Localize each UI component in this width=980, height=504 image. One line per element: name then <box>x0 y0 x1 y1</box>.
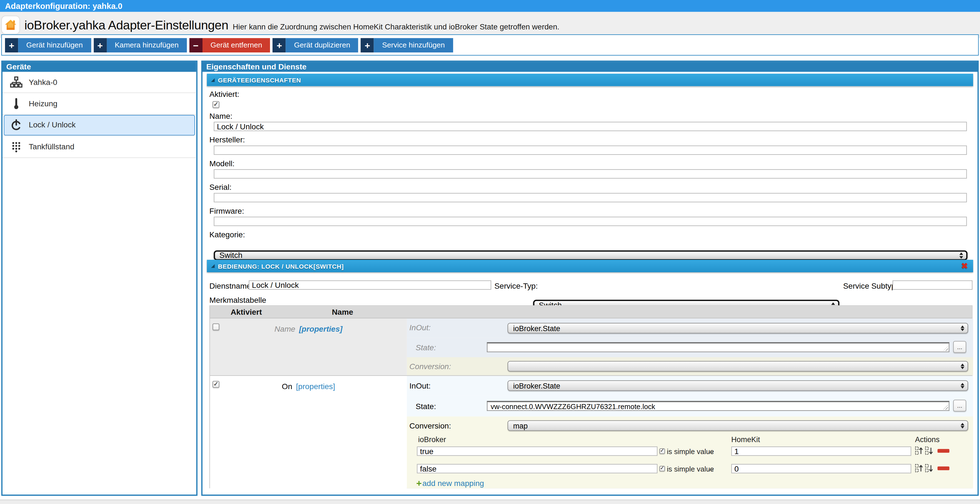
insert-row-below-icon[interactable] <box>925 464 933 475</box>
add-camera-button[interactable]: + Kamera hinzufügen <box>93 38 187 52</box>
table-header-row: Aktiviert Name <box>210 306 972 319</box>
char-name-properties-link[interactable]: [properties] <box>299 325 342 334</box>
characteristics-table: Aktiviert Name Name [properties] InOut: … <box>210 305 972 488</box>
char-on-inout-select[interactable]: ioBroker.State <box>508 380 968 391</box>
device-item-yahka-0[interactable]: Yahka-0 <box>3 72 196 93</box>
section-bedienung[interactable]: ◢ BEDIENUNG: LOCK / UNLOCK[SWITCH] ✖ <box>207 260 973 272</box>
delete-mapping-icon[interactable] <box>937 449 950 453</box>
char-name-inout-select[interactable]: ioBroker.State <box>508 323 968 333</box>
footer-strip <box>0 499 980 504</box>
select-spinner-icon <box>959 252 963 258</box>
firmware-input[interactable] <box>214 217 967 226</box>
device-item-tankfuellstand[interactable]: Tankfüllstand <box>3 136 196 158</box>
add-new-mapping-link[interactable]: + add new mapping <box>417 479 484 488</box>
plus-icon: + <box>93 38 107 52</box>
is-simple-value-checkbox[interactable] <box>659 449 665 454</box>
bidirectional-arrow-icon: ⇔ <box>707 464 714 474</box>
hersteller-input[interactable] <box>214 146 967 155</box>
insert-row-below-icon[interactable] <box>925 447 933 458</box>
mapping-col-iobroker: ioBroker <box>418 435 446 444</box>
service-subtyp-label: Service Subtyp: <box>843 282 898 290</box>
add-device-button[interactable]: + Gerät hinzufügen <box>5 38 91 52</box>
duplicate-device-button[interactable]: + Gerät duplizieren <box>273 38 358 52</box>
properties-panel: Eigenschaften und Dienste ◢ GERÄTEEIGENS… <box>201 60 979 496</box>
modell-input[interactable] <box>214 169 967 179</box>
char-name-inout-row: InOut: ioBroker.State <box>407 319 973 338</box>
char-name: Name <box>274 325 295 334</box>
resize-grip-icon[interactable] <box>943 405 948 410</box>
select-spinner-icon <box>961 325 964 331</box>
minus-icon: − <box>189 38 202 52</box>
mapping-col-homekit: HomeKit <box>732 435 760 444</box>
conversion-label: Conversion: <box>409 362 451 371</box>
service-subtyp-input[interactable] <box>892 280 972 290</box>
kategorie-label: Kategorie: <box>210 230 245 239</box>
state-label: State: <box>415 344 436 352</box>
char-on-properties-link[interactable]: [properties] <box>296 382 335 391</box>
modell-label: Modell: <box>210 159 235 168</box>
char-name-state-row: State: ... <box>407 338 973 357</box>
properties-panel-header: Eigenschaften und Dienste <box>202 62 977 72</box>
section-geraeteeigenschaften[interactable]: ◢ GERÄTEEIGENSCHAFTEN <box>207 74 973 86</box>
mapping-iobroker-input[interactable] <box>417 447 657 456</box>
char-name-state-textarea[interactable] <box>487 342 950 352</box>
inout-label: InOut: <box>409 323 431 333</box>
serial-input[interactable] <box>214 193 967 202</box>
char-name-conversion-row: Conversion: <box>407 357 973 375</box>
aktiviert-checkbox[interactable] <box>213 101 220 108</box>
window-title: Adapterkonfiguration: yahka.0 <box>5 2 123 11</box>
mapping-iobroker-input[interactable] <box>417 464 657 474</box>
hersteller-label: Hersteller: <box>210 135 245 144</box>
insert-row-above-icon[interactable] <box>915 464 923 475</box>
resize-grip-icon[interactable] <box>943 346 948 351</box>
name-label: Name: <box>210 112 232 121</box>
char-name: On <box>282 382 293 391</box>
mapping-homekit-input[interactable] <box>732 464 912 474</box>
power-icon <box>10 118 23 132</box>
delete-mapping-icon[interactable] <box>937 466 950 471</box>
char-row-on-left-cell: On [properties] <box>210 376 407 489</box>
collapse-triangle-icon: ◢ <box>212 264 215 269</box>
char-on-inout-row: InOut: ioBroker.State <box>407 376 973 396</box>
plus-icon: + <box>5 38 18 52</box>
conversion-mapping-table: ioBroker HomeKit Actions is simple value… <box>407 434 973 488</box>
char-name-state-picker-button[interactable]: ... <box>953 341 966 353</box>
remove-device-button[interactable]: − Gerät entfernen <box>189 38 270 52</box>
dots-icon <box>10 140 23 154</box>
window-titlebar: Adapterkonfiguration: yahka.0 <box>0 0 980 12</box>
devices-panel: Geräte Yahka-0 Heizung <box>2 60 198 496</box>
insert-row-above-icon[interactable] <box>915 447 923 458</box>
col-name: Name <box>332 308 353 317</box>
char-name-conversion-select[interactable] <box>508 361 968 372</box>
thermometer-icon <box>10 97 23 111</box>
char-on-state-row: State: vw-connect.0.WVWZZZ6GHRZU76321.re… <box>407 396 973 417</box>
plus-icon: + <box>361 38 374 52</box>
char-on-state-picker-button[interactable]: ... <box>953 399 966 412</box>
mapping-homekit-input[interactable] <box>732 447 912 456</box>
add-service-button[interactable]: + Service hinzufügen <box>361 38 453 52</box>
name-input[interactable] <box>214 122 967 131</box>
page-subtitle: Hier kann die Zuordnung zwischen HomeKit… <box>233 22 560 31</box>
page-title: ioBroker.yahka Adapter-Einstellungen <box>24 18 228 32</box>
plus-icon: + <box>273 38 286 52</box>
remove-service-icon[interactable]: ✖ <box>961 261 968 271</box>
select-spinner-icon <box>961 363 964 369</box>
char-on-state-textarea[interactable]: vw-connect.0.WVWZZZ6GHRZU76321.remote.lo… <box>487 401 950 411</box>
collapse-triangle-icon: ◢ <box>212 78 215 82</box>
char-on-conversion-select[interactable]: map <box>508 420 968 431</box>
toolbar: + Gerät hinzufügen + Kamera hinzufügen −… <box>2 35 979 56</box>
select-spinner-icon <box>961 423 964 428</box>
select-spinner-icon <box>961 383 964 388</box>
char-row-name-left-cell: Name [properties] <box>210 319 407 376</box>
bidirectional-arrow-icon: ⇔ <box>707 447 714 456</box>
is-simple-value-checkbox[interactable] <box>659 466 665 472</box>
mapping-col-actions: Actions <box>915 435 940 444</box>
dienstname-label: Dienstname: <box>210 282 253 290</box>
devices-panel-header: Geräte <box>3 62 196 72</box>
device-item-heizung[interactable]: Heizung <box>3 93 196 115</box>
inout-label: InOut: <box>409 382 431 390</box>
serial-label: Serial: <box>210 183 232 192</box>
device-item-lock-unlock[interactable]: Lock / Unlock <box>4 115 195 136</box>
dienstname-input[interactable] <box>249 280 492 290</box>
kategorie-select[interactable]: Switch <box>214 250 968 260</box>
